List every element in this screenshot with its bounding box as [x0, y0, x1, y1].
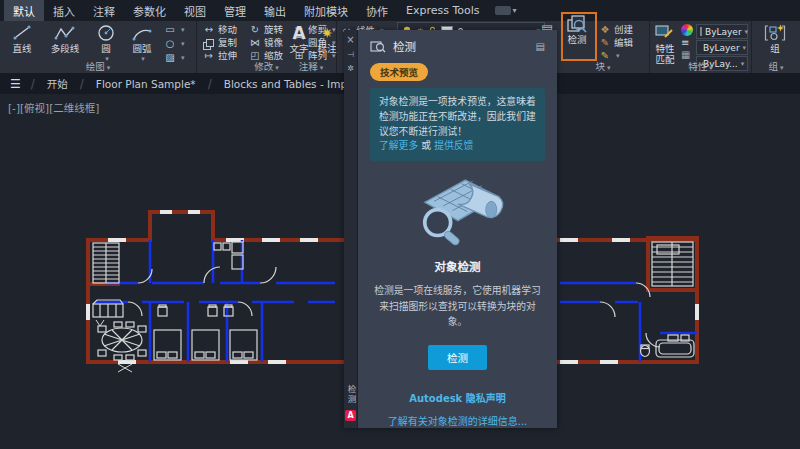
chevron-down-icon: ▾	[780, 64, 784, 72]
circle-icon	[96, 23, 116, 43]
palette-title-icon	[370, 39, 386, 53]
create-block-button[interactable]: ❖创建	[599, 24, 633, 36]
group-icon	[764, 23, 786, 43]
polyline-button[interactable]: 多段线	[42, 23, 88, 54]
tab-express-tools[interactable]: Express Tools	[397, 0, 489, 21]
chevron-down-icon: ▾	[107, 64, 111, 72]
autodesk-logo: A	[345, 410, 356, 421]
close-icon[interactable]: ×	[344, 35, 357, 45]
color-dropdown[interactable]: ByLayer▾	[696, 24, 748, 39]
panel-label-annotate[interactable]: 注释▾	[281, 60, 341, 73]
panel-block: 检测 ❖创建 ✎编辑 ✎▾ 块▾	[557, 21, 650, 73]
match-properties-icon	[655, 23, 675, 43]
tab-collaborate[interactable]: 协作	[357, 0, 397, 21]
tab-parametric[interactable]: 参数化	[124, 0, 175, 21]
detect-button[interactable]: 检测	[428, 345, 487, 370]
line-button[interactable]: 直线	[2, 23, 42, 54]
palette-settings-icon[interactable]: ✲	[344, 64, 357, 74]
ribbon-chip-icon	[495, 6, 511, 15]
chevron-down-icon: ▾	[513, 6, 517, 15]
detect-ribbon-button[interactable]: 检测	[561, 14, 593, 45]
lineweight-icon[interactable]: ≡	[681, 38, 693, 48]
panel-label-block[interactable]: 块▾	[557, 60, 649, 73]
chevron-down-icon: ▾	[181, 38, 185, 50]
panel-label-properties[interactable]: 特性▾	[650, 60, 751, 73]
panel-properties: 特性匹配 ≡ ▦ ByLayer▾ ByLayer▾ ByLay...▾ 特性▾	[650, 21, 752, 73]
panel-draw: 直线 多段线 圆 ▾ 圆弧 ▾	[0, 21, 197, 73]
viewport-controls[interactable]: [-][俯视][二维线框]	[8, 100, 99, 115]
group-button[interactable]: 组	[760, 23, 790, 54]
mirror-button[interactable]: ⋈镜像	[249, 37, 283, 49]
panel-group: 组 组▾	[752, 21, 800, 73]
palette-titlebar: × ⊣ ✲ 检测 A	[344, 30, 358, 428]
tab-annotate[interactable]: 注释	[84, 0, 124, 21]
tech-preview-badge: 技术预览	[370, 63, 428, 81]
chevron-down-icon: ▾	[745, 28, 749, 36]
match-properties-button[interactable]: 特性匹配	[650, 23, 680, 65]
polyline-label: 多段线	[51, 43, 80, 54]
mirror-icon: ⋈	[249, 37, 261, 49]
tab-insert[interactable]: 插入	[44, 0, 84, 21]
arc-button[interactable]: 圆弧 ▾	[124, 23, 160, 65]
polyline-icon	[53, 23, 77, 43]
feedback-link[interactable]: 提供反馈	[434, 140, 473, 151]
panel-label-group[interactable]: 组▾	[752, 60, 800, 73]
lineweight-dropdown[interactable]: ByLayer▾	[696, 40, 748, 55]
detection-details-link[interactable]: 了解有关对象检测的详细信息...	[370, 413, 545, 428]
file-tab-floor-plan[interactable]: Floor Plan Sample*	[84, 73, 208, 94]
tab-view[interactable]: 视图	[175, 0, 215, 21]
move-button[interactable]: ↔移动	[203, 24, 237, 36]
rectangle-button[interactable]: ▭▾	[164, 24, 185, 36]
rotate-button[interactable]: ↻旋转	[249, 24, 283, 36]
ribbon-tab-bar: 默认 插入 注释 参数化 视图 管理 输出 附加模块 协作 Express To…	[0, 0, 800, 21]
object-detection-description: 检测是一项在线服务，它使用机器学习来扫描图形以查找可以转换为块的对象。	[370, 283, 545, 329]
line-icon	[11, 23, 33, 43]
create-block-icon: ❖	[599, 24, 611, 36]
copy-button[interactable]: 复制	[203, 37, 237, 49]
circle-label: 圆	[101, 43, 111, 54]
group-label: 组	[770, 43, 780, 54]
ellipse-icon: ○	[164, 38, 176, 50]
tab-manage[interactable]: 管理	[215, 0, 255, 21]
chevron-down-icon: ▾	[743, 44, 747, 52]
move-icon: ↔	[203, 24, 215, 36]
palette-options-icon[interactable]: ▤	[536, 41, 545, 52]
notice-text: 对象检测是一项技术预览，这意味着检测功能正在不断改进，因此我们建议您不断进行测试…	[379, 96, 536, 136]
object-detection-heading: 对象检测	[370, 258, 545, 274]
tab-output[interactable]: 输出	[255, 0, 295, 21]
text-label: 文字	[289, 43, 308, 54]
blueprint-illustration	[402, 169, 514, 248]
text-icon: A	[292, 23, 305, 43]
circle-button[interactable]: 圆 ▾	[90, 23, 122, 65]
dimension-label: 标注	[317, 43, 336, 54]
chevron-down-icon: ▾	[709, 64, 713, 72]
file-menu-icon[interactable]: ☰	[0, 73, 31, 94]
file-tab-start[interactable]: 开始	[35, 73, 80, 94]
dimension-button[interactable]: ✷ 标注	[313, 23, 341, 54]
ribbon-display-toggle[interactable]: ▾	[495, 0, 517, 21]
rectangle-icon: ▭	[164, 24, 176, 36]
palette-side-label: 检测	[345, 385, 357, 404]
edit-block-button[interactable]: ✎编辑	[599, 37, 633, 49]
linetype-icon[interactable]: ▦	[681, 50, 693, 60]
line-label: 直线	[12, 43, 31, 54]
tab-default[interactable]: 默认	[4, 0, 44, 21]
privacy-statement-link[interactable]: Autodesk 隐私声明	[370, 390, 545, 405]
chevron-down-icon: ▾	[607, 64, 611, 72]
tab-addins[interactable]: 附加模块	[295, 0, 357, 21]
detect-label: 检测	[567, 34, 586, 45]
pin-icon[interactable]: ⊣	[344, 50, 357, 60]
ellipse-button[interactable]: ○▾	[164, 38, 185, 50]
dimension-icon: ✷	[321, 23, 333, 43]
copy-icon	[203, 39, 212, 48]
panel-label-draw[interactable]: 绘图▾	[0, 60, 196, 73]
color-wheel-icon[interactable]	[681, 24, 693, 36]
autocad-window: 默认 插入 注释 参数化 视图 管理 输出 附加模块 协作 Express To…	[0, 0, 800, 449]
chevron-down-icon: ▾	[275, 64, 279, 72]
palette-title: 检测	[393, 38, 416, 54]
tech-preview-notice: 对象检测是一项技术预览，这意味着检测功能正在不断改进，因此我们建议您不断进行测试…	[370, 88, 545, 161]
learn-more-link[interactable]: 了解更多	[379, 140, 418, 151]
text-button[interactable]: A 文字	[285, 23, 313, 54]
edit-block-icon: ✎	[599, 37, 611, 49]
palette-body: 检测 ▤ 技术预览 对象检测是一项技术预览，这意味着检测功能正在不断改进，因此我…	[358, 30, 557, 428]
